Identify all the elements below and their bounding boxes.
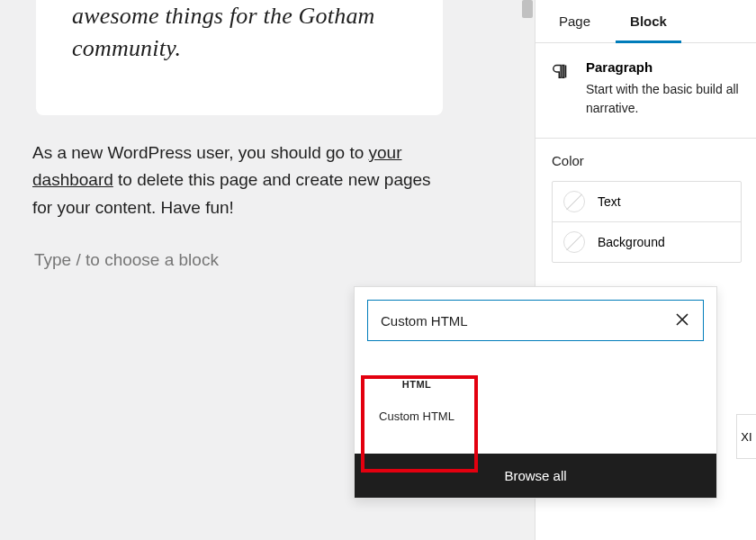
quote-text: awesome things for the Gotham community. <box>72 0 407 66</box>
swatch-none-icon <box>563 191 585 212</box>
color-label-text: Text <box>598 194 621 209</box>
browse-all-button[interactable]: Browse all <box>355 454 716 498</box>
block-inserter-popover: HTML Custom HTML Browse all <box>354 286 717 499</box>
color-heading: Color <box>552 153 742 168</box>
color-label-background: Background <box>598 235 665 249</box>
color-section: Color Text Background <box>536 139 756 263</box>
block-desc-text: Start with the basic build all narrative… <box>586 80 742 118</box>
inserter-search-wrap <box>355 287 716 350</box>
tab-block[interactable]: Block <box>616 0 681 42</box>
color-panel: Text Background <box>552 181 742 263</box>
color-row-background[interactable]: Background <box>553 222 741 262</box>
clear-search-button[interactable] <box>672 308 692 334</box>
paragraph-icon <box>552 61 573 118</box>
block-option-label: Custom HTML <box>373 410 461 423</box>
tab-page[interactable]: Page <box>544 0 605 42</box>
typography-row-fragment[interactable]: XI <box>736 414 756 459</box>
close-icon <box>676 313 688 326</box>
block-title: Paragraph <box>586 59 742 75</box>
html-block-icon: HTML <box>373 379 461 390</box>
quote-block[interactable]: awesome things for the Gotham community. <box>36 0 443 115</box>
paragraph-block[interactable]: As a new WordPress user, you should go t… <box>32 140 446 221</box>
inserter-results: HTML Custom HTML <box>355 350 716 454</box>
new-block-placeholder[interactable]: Type / to choose a block <box>34 250 219 270</box>
color-row-text[interactable]: Text <box>553 182 741 222</box>
block-description: Paragraph Start with the basic build all… <box>536 43 756 139</box>
inserter-search-box <box>367 300 704 341</box>
search-input[interactable] <box>381 313 672 328</box>
scrollbar-thumb[interactable] <box>522 0 533 18</box>
paragraph-prefix: As a new WordPress user, you should go t… <box>32 143 369 162</box>
swatch-none-icon <box>563 231 585 253</box>
sidebar-tabs: Page Block <box>536 0 756 43</box>
block-option-custom-html[interactable]: HTML Custom HTML <box>367 366 466 432</box>
